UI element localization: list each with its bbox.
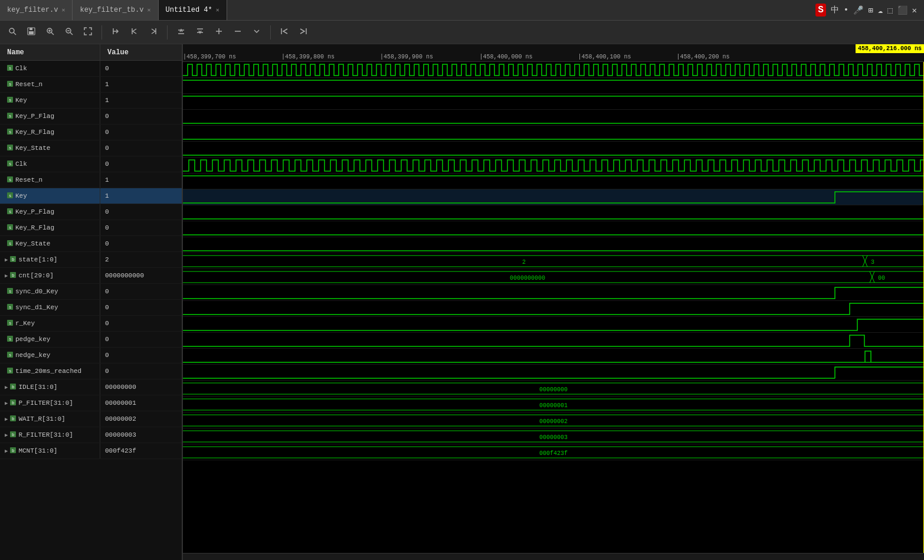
svg-line-6 <box>51 32 54 35</box>
signal-row-18[interactable]: snedge_key0 <box>0 348 182 363</box>
signal-name-cell-17: spedge_key <box>0 332 100 347</box>
signal-row-21[interactable]: ▶bP_FILTER[31:0]00000001 <box>0 395 182 411</box>
tab-key-filter-v-close[interactable]: ✕ <box>61 6 65 14</box>
signal-row-9[interactable]: sKey_P_Flag0 <box>0 204 182 220</box>
signal-row-1[interactable]: sReset_n1 <box>0 77 182 93</box>
signal-row-6[interactable]: sClk0 <box>0 156 182 172</box>
cloud-icon[interactable]: ☁ <box>878 5 883 15</box>
tab-key-filter-tb[interactable]: key_filter_tb.v ✕ <box>73 0 158 20</box>
svg-text:b: b <box>12 273 14 278</box>
tab-key-filter-tb-close[interactable]: ✕ <box>147 6 150 14</box>
signal-row-19[interactable]: stime_20ms_reached0 <box>0 363 182 379</box>
signal-row-17[interactable]: spedge_key0 <box>0 332 182 348</box>
signal-row-4[interactable]: sKey_R_Flag0 <box>0 125 182 140</box>
wave-svg-24: 000f423f <box>183 444 924 460</box>
signal-type-icon-3: s <box>7 113 13 120</box>
more-icon[interactable]: ⬛ <box>897 5 907 15</box>
next-cursor-button[interactable] <box>146 25 161 40</box>
wave-svg-7 <box>183 173 924 189</box>
signal-row-10[interactable]: sKey_R_Flag0 <box>0 220 182 236</box>
signal-row-0[interactable]: sClk0 <box>0 61 182 77</box>
signal-value-cell-18: 0 <box>100 352 109 359</box>
signal-value-cell-23: 00000003 <box>100 431 136 438</box>
horizontal-scrollbar[interactable] <box>183 553 924 560</box>
signal-value-cell-0: 0 <box>100 65 109 72</box>
signal-row-5[interactable]: sKey_State0 <box>0 140 182 156</box>
svg-text:s: s <box>9 82 11 87</box>
snap-button[interactable] <box>108 25 123 40</box>
expand-arrow-23[interactable]: ▶ <box>5 432 8 438</box>
expand-button[interactable] <box>249 25 264 40</box>
waveform-panel[interactable]: 458,400,216.000 ns |458,399,700 ns |458,… <box>183 44 924 560</box>
signal-type-icon-14: s <box>7 288 13 296</box>
time-label-0: |458,399,700 ns <box>183 54 236 60</box>
wave-row-13: 000000000000 <box>183 269 924 285</box>
expand-arrow-20[interactable]: ▶ <box>5 384 8 391</box>
wave-row-15 <box>183 301 924 317</box>
save-button[interactable] <box>24 25 39 40</box>
signal-row-13[interactable]: ▶bcnt[29:0]0000000000 <box>0 268 182 284</box>
signal-row-3[interactable]: sKey_P_Flag0 <box>0 109 182 125</box>
header-name: Name <box>0 44 100 60</box>
title-bar: key_filter.v ✕ key_filter_tb.v ✕ Untitle… <box>0 0 924 21</box>
tab-key-filter-v[interactable]: key_filter.v ✕ <box>0 0 73 20</box>
signal-row-7[interactable]: sReset_n1 <box>0 172 182 188</box>
signal-row-15[interactable]: ssync_d1_Key0 <box>0 300 182 316</box>
share-icon[interactable]: ⬚ <box>887 5 892 15</box>
expand-arrow-22[interactable]: ▶ <box>5 416 8 423</box>
svg-text:s: s <box>9 321 11 326</box>
signal-type-icon-15: s <box>7 304 13 312</box>
signal-name-text-15: sync_d1_Key <box>15 304 58 311</box>
expand-arrow-24[interactable]: ▶ <box>5 448 8 454</box>
tab-untitled4-close[interactable]: ✕ <box>216 6 219 14</box>
signal-row-14[interactable]: ssync_d0_Key0 <box>0 284 182 300</box>
time-label-1: |458,399,800 ns <box>281 54 335 60</box>
window-close-icon[interactable]: ✕ <box>912 5 917 15</box>
waveform-area[interactable]: 2300000000000000000000000000010000000200… <box>183 62 924 553</box>
fit-button[interactable] <box>80 25 96 40</box>
wave-row-11 <box>183 237 924 253</box>
signal-row-11[interactable]: sKey_State0 <box>0 236 182 252</box>
zoom-in-button[interactable] <box>42 25 58 40</box>
signal-value-cell-24: 000f423f <box>100 447 136 454</box>
signal-row-20[interactable]: ▶bIDLE[31:0]00000000 <box>0 379 182 395</box>
last-button[interactable] <box>296 25 311 40</box>
search-button[interactable] <box>5 25 20 40</box>
grid-icon[interactable]: ⊞ <box>868 5 873 15</box>
signal-row-24[interactable]: ▶bMCNT[31:0]000f423f <box>0 443 182 459</box>
signal-value-cell-17: 0 <box>100 336 109 343</box>
signal-row-16[interactable]: sr_Key0 <box>0 316 182 332</box>
tab-untitled4[interactable]: Untitled 4* ✕ <box>159 0 227 20</box>
delete-button[interactable] <box>230 25 245 40</box>
signal-row-2[interactable]: sKey1 <box>0 93 182 109</box>
first-button[interactable] <box>277 25 292 40</box>
signal-row-23[interactable]: ▶bR_FILTER[31:0]00000003 <box>0 427 182 443</box>
wave-row-19 <box>183 365 924 381</box>
time-label-4: |458,400,100 ns <box>578 54 631 60</box>
signal-name-cell-3: sKey_P_Flag <box>0 109 100 124</box>
insert-button[interactable] <box>211 25 227 40</box>
signal-row-8[interactable]: sKey1 <box>0 188 182 204</box>
signal-name-text-8: Key <box>15 192 27 199</box>
wave-down-button[interactable] <box>192 25 208 40</box>
expand-arrow-13[interactable]: ▶ <box>5 273 8 279</box>
signal-name-cell-6: sClk <box>0 156 100 172</box>
prev-cursor-button[interactable] <box>127 25 142 40</box>
expand-arrow-21[interactable]: ▶ <box>5 400 8 407</box>
svg-text:00: 00 <box>878 275 885 281</box>
signal-type-icon-11: s <box>7 240 13 248</box>
signal-row-22[interactable]: ▶bWAIT_R[31:0]00000002 <box>0 411 182 427</box>
expand-arrow-12[interactable]: ▶ <box>5 257 8 263</box>
signal-row-12[interactable]: ▶bstate[1:0]2 <box>0 252 182 268</box>
signal-name-cell-5: sKey_State <box>0 140 100 156</box>
lang-icon[interactable]: 中 <box>831 5 839 15</box>
zoom-out-button[interactable] <box>61 25 77 40</box>
signal-type-icon-6: s <box>7 161 13 168</box>
dot-icon[interactable]: • <box>844 5 848 15</box>
mic-icon[interactable]: 🎤 <box>853 5 863 15</box>
signal-name-cell-2: sKey <box>0 93 100 108</box>
wave-up-button[interactable] <box>173 25 189 40</box>
signal-name-text-19: time_20ms_reached <box>15 368 81 375</box>
signal-name-cell-10: sKey_R_Flag <box>0 220 100 235</box>
signal-panel: Name Value sClk0 sReset_n1 sKey1 sKey_P_… <box>0 44 183 560</box>
